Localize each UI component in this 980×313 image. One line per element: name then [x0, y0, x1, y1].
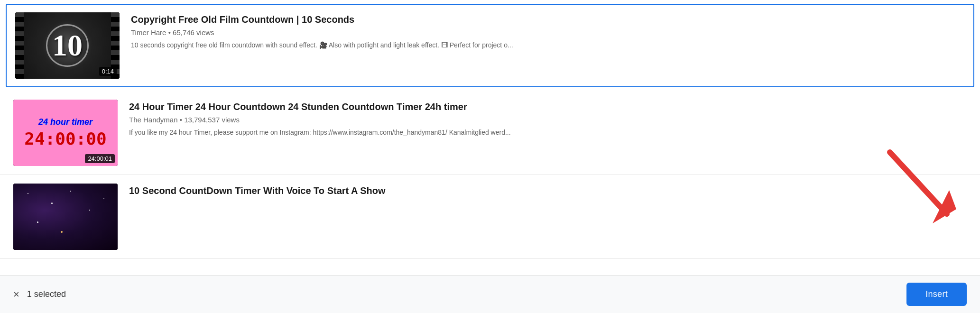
thumbnail-1: 10 0:14 [15, 12, 120, 79]
thumbnail-3 [13, 184, 118, 250]
selected-info: × 1 selected [13, 289, 66, 300]
video-info-1: Copyright Free Old Film Countdown | 10 S… [131, 12, 965, 50]
duration-badge-2: 24:00:01 [85, 154, 115, 163]
video-item-2[interactable]: 24 hour timer 24:00:00 24:00:01 24 Hour … [0, 91, 980, 175]
close-button[interactable]: × [13, 289, 19, 300]
video-info-3: 10 Second CountDown Timer With Voice To … [129, 184, 967, 200]
video-title-3: 10 Second CountDown Timer With Voice To … [129, 184, 967, 197]
video-meta-1: Timer Hare • 65,746 views [131, 28, 965, 37]
selected-count: 1 selected [27, 289, 66, 299]
video-title-2: 24 Hour Timer 24 Hour Countdown 24 Stund… [129, 101, 967, 113]
channel-name-1: Timer Hare [131, 28, 166, 37]
channel-name-2: The Handyman [129, 116, 178, 124]
timer-main-display: 24:00:00 [24, 129, 106, 148]
timer-top-text: 24 hour timer [38, 117, 92, 127]
views-1: 65,746 views [173, 28, 214, 37]
video-meta-2: The Handyman • 13,794,537 views [129, 116, 967, 124]
views-2: 13,794,537 views [184, 116, 240, 124]
insert-button[interactable]: Insert [906, 283, 967, 306]
video-item-3[interactable]: 10 Second CountDown Timer With Voice To … [0, 175, 980, 259]
video-title-1: Copyright Free Old Film Countdown | 10 S… [131, 13, 965, 26]
video-info-2: 24 Hour Timer 24 Hour Countdown 24 Stund… [129, 100, 967, 138]
duration-badge-1: 0:14 [99, 67, 117, 76]
separator-1: • [168, 28, 173, 37]
video-desc-1: 10 seconds copyright free old film count… [131, 40, 914, 50]
separator-2: • [180, 116, 184, 124]
thumbnail-2: 24 hour timer 24:00:00 24:00:01 [13, 100, 118, 166]
bottom-bar: × 1 selected Insert [0, 275, 980, 313]
video-desc-2: If you like my 24 hour Timer, please sup… [129, 128, 912, 138]
video-list-container: 10 0:14 Copyright Free Old Film Countdow… [0, 0, 980, 275]
video-item-1[interactable]: 10 0:14 Copyright Free Old Film Countdow… [6, 4, 974, 87]
